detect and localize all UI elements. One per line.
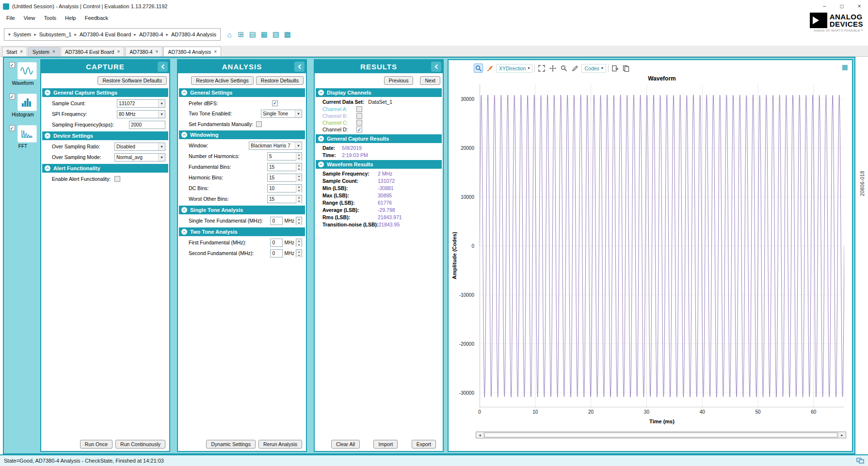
close-icon[interactable]: × xyxy=(214,49,217,54)
scroll-right-icon[interactable]: ► xyxy=(838,432,846,438)
breadcrumb-system[interactable]: System xyxy=(14,32,32,37)
window-dropdown[interactable]: Blackman Harris 7▾ xyxy=(249,142,302,150)
session-status-icon[interactable] xyxy=(856,458,864,464)
single-tone-spinner[interactable]: ▴▾ xyxy=(296,217,302,225)
breadcrumb-device[interactable]: AD7380-4 xyxy=(139,32,163,37)
collapse-capture-panel-button[interactable] xyxy=(158,62,168,72)
sidebar-item-waveform[interactable]: Waveform xyxy=(9,62,37,86)
brush-icon[interactable] xyxy=(485,64,494,73)
spin-up-icon[interactable]: ▴ xyxy=(296,185,302,189)
menu-feedback[interactable]: Feedback xyxy=(80,14,113,22)
two-tone-analysis-header[interactable]: Two Tone Analysis xyxy=(179,227,305,236)
worst-other-bins-spinner[interactable]: 15▴▾ xyxy=(267,195,302,203)
spin-down-icon[interactable]: ▾ xyxy=(296,254,302,257)
collapse-analysis-panel-button[interactable] xyxy=(294,62,305,72)
clear-all-button[interactable]: Clear All xyxy=(331,440,360,449)
breadcrumb-eval-board[interactable]: AD7380-4 Eval Board xyxy=(80,32,131,37)
tab-device[interactable]: AD7380-4× xyxy=(125,47,162,56)
general-settings-header[interactable]: General Settings xyxy=(179,88,305,97)
two-tone-enabled-dropdown[interactable]: Single Tone▾ xyxy=(261,110,302,118)
fundamental-bins-spinner[interactable]: 15▴▾ xyxy=(267,163,302,171)
channel-d-checkbox[interactable] xyxy=(356,127,362,132)
spin-down-icon[interactable]: ▾ xyxy=(296,157,302,161)
register-map-icon[interactable]: ▩ xyxy=(283,30,292,39)
waveform-plot[interactable] xyxy=(480,84,844,407)
collapse-section-icon[interactable] xyxy=(45,165,50,171)
chevron-down-icon[interactable]: ▾ xyxy=(295,142,302,149)
collapse-section-icon[interactable] xyxy=(318,90,324,96)
scroll-left-icon[interactable]: ◄ xyxy=(476,432,483,438)
collapse-section-icon[interactable] xyxy=(318,136,324,142)
channel-a-checkbox[interactable] xyxy=(356,106,362,112)
chart-horizontal-scrollbar[interactable]: ◄ ► xyxy=(476,432,846,438)
channel-b-checkbox[interactable] xyxy=(356,113,362,119)
minimize-button[interactable]: − xyxy=(816,0,833,13)
menu-tools[interactable]: Tools xyxy=(39,14,61,22)
menu-view[interactable]: View xyxy=(19,14,40,22)
breadcrumb-analysis[interactable]: AD7380-4 Analysis xyxy=(171,32,216,37)
sample-count-dropdown[interactable]: 131072▾ xyxy=(117,99,165,108)
first-fundamental-spinner[interactable]: ▴▾ xyxy=(296,239,302,247)
histogram-icon[interactable] xyxy=(17,94,37,111)
data-grid-icon[interactable]: ▦ xyxy=(842,63,848,71)
second-fundamental-input[interactable]: 0 xyxy=(270,249,283,257)
collapse-section-icon[interactable] xyxy=(318,161,324,167)
spin-down-icon[interactable]: ▾ xyxy=(296,243,302,247)
fft-checkbox[interactable] xyxy=(9,125,15,131)
tab-start[interactable]: Start× xyxy=(2,47,27,56)
maximize-button[interactable]: □ xyxy=(833,0,851,13)
menu-help[interactable]: Help xyxy=(61,14,80,22)
spin-up-icon[interactable]: ▴ xyxy=(296,163,302,167)
display-channels-header[interactable]: Display Channels xyxy=(316,88,442,97)
rerun-analysis-button[interactable]: Rerun Analysis xyxy=(258,440,302,449)
board-view-icon[interactable]: ▦ xyxy=(259,30,269,39)
codes-dropdown[interactable]: Codes▾ xyxy=(581,64,606,73)
over-sampling-mode-dropdown[interactable]: Normal_avg▾ xyxy=(114,153,165,161)
channel-c-checkbox[interactable] xyxy=(356,120,362,126)
collapse-section-icon[interactable] xyxy=(181,207,187,213)
pan-icon[interactable] xyxy=(548,64,557,73)
close-button[interactable]: × xyxy=(851,0,868,13)
collapse-section-icon[interactable] xyxy=(45,133,50,139)
spi-frequency-dropdown[interactable]: 80 MHz▾ xyxy=(117,110,165,118)
previous-button[interactable]: Previous xyxy=(384,76,414,85)
home-icon[interactable]: ⌂ xyxy=(225,30,234,39)
export-session-icon[interactable]: ▧ xyxy=(271,30,281,39)
spin-down-icon[interactable]: ▾ xyxy=(296,199,302,203)
export-image-icon[interactable] xyxy=(611,64,620,73)
export-button[interactable]: Export xyxy=(412,440,436,449)
run-once-button[interactable]: Run Once xyxy=(80,440,113,449)
scrollbar-track[interactable] xyxy=(483,432,838,438)
chevron-down-icon[interactable]: ▾ xyxy=(158,154,165,161)
waveform-checkbox[interactable] xyxy=(9,62,15,68)
fit-view-icon[interactable] xyxy=(537,64,546,73)
chevron-down-icon[interactable]: ▾ xyxy=(158,111,165,118)
close-icon[interactable]: × xyxy=(52,49,55,54)
collapse-section-icon[interactable] xyxy=(181,90,187,96)
zoom-select-icon[interactable] xyxy=(474,64,483,73)
breadcrumb-subsystem[interactable]: Subsystem_1 xyxy=(39,32,72,37)
spin-down-icon[interactable]: ▾ xyxy=(296,178,302,182)
menu-file[interactable]: File xyxy=(2,14,19,22)
tab-eval-board[interactable]: AD7380-4 Eval Board× xyxy=(61,47,124,56)
spin-down-icon[interactable]: ▾ xyxy=(296,167,302,171)
over-sampling-ratio-dropdown[interactable]: Disabled▾ xyxy=(114,143,165,151)
tab-system[interactable]: System× xyxy=(28,47,60,56)
spin-up-icon[interactable]: ▴ xyxy=(296,195,302,199)
spin-up-icon[interactable]: ▴ xyxy=(296,153,302,157)
single-tone-fundamental-input[interactable]: 0 xyxy=(270,217,283,225)
general-capture-results-header[interactable]: General Capture Results xyxy=(316,134,442,143)
close-icon[interactable]: × xyxy=(117,49,120,54)
single-tone-analysis-header[interactable]: Single Tone Analysis xyxy=(179,206,305,214)
collapse-results-panel-button[interactable] xyxy=(431,62,441,72)
set-fundamentals-checkbox[interactable] xyxy=(256,121,262,127)
windowing-header[interactable]: Windowing xyxy=(179,130,305,139)
plugin-icon[interactable]: ⊞ xyxy=(236,30,246,39)
copy-icon[interactable] xyxy=(622,64,631,73)
waveform-icon[interactable] xyxy=(17,62,37,80)
dynamic-settings-button[interactable]: Dynamic Settings xyxy=(206,440,256,449)
chevron-down-icon[interactable]: ▾ xyxy=(158,143,165,150)
fft-icon[interactable] xyxy=(17,125,37,143)
spin-up-icon[interactable]: ▴ xyxy=(296,217,302,221)
spin-up-icon[interactable]: ▴ xyxy=(296,250,302,254)
